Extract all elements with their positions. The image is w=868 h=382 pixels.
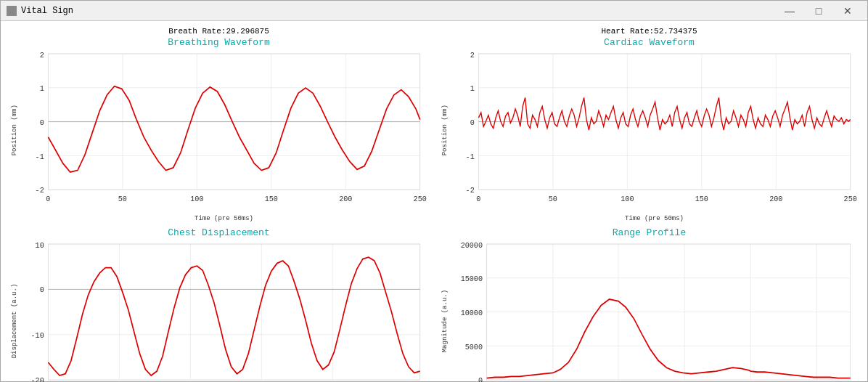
breathing-waveform-panel: Breath Rate:29.296875 Breathing Waveform…: [4, 24, 434, 214]
range-chart-svg: 20000 15000 10000 5000 0 0 0.2 0.4 0.6 0…: [450, 240, 859, 382]
titlebar-controls: — □ ✕: [776, 3, 861, 19]
svg-text:100: 100: [190, 195, 203, 203]
window-title: Vital Sign: [21, 6, 73, 16]
svg-text:-20: -20: [31, 376, 44, 382]
chest-displacement-panel: spacer Chest Displacement Displacement (…: [4, 214, 434, 382]
cardiac-y-axis-label: Position (mm): [440, 49, 450, 211]
charts-grid: Breath Rate:29.296875 Breathing Waveform…: [1, 21, 867, 382]
close-button[interactable]: ✕: [834, 3, 861, 19]
breath-rate-label: Breath Rate:29.296875: [168, 27, 269, 36]
svg-text:1: 1: [40, 84, 44, 92]
minimize-button[interactable]: —: [776, 3, 803, 19]
chest-chart-container: Displacement (a.u.): [9, 240, 428, 382]
main-window: Vital Sign — □ ✕ Breath Rate:29.296875 B…: [0, 0, 868, 382]
svg-text:-1: -1: [466, 153, 475, 161]
svg-rect-48: [48, 244, 419, 380]
breathing-chart-container: Position (mm): [9, 49, 428, 211]
svg-text:200: 200: [339, 195, 352, 203]
cardiac-waveform-panel: Heart Rate:52.734375 Cardiac Waveform Po…: [434, 24, 864, 214]
chest-y-axis-label: Displacement (a.u.): [9, 240, 20, 382]
svg-text:-10: -10: [31, 331, 44, 340]
svg-text:-2: -2: [466, 185, 475, 194]
range-chart-container: Magnitude (a.u.): [440, 240, 859, 382]
cardiac-waveform-title: Cardiac Waveform: [604, 37, 695, 48]
cardiac-chart-inner: 2 1 0 -1 -2 0 50 100 150 200 250: [450, 49, 859, 211]
cardiac-chart-svg: 2 1 0 -1 -2 0 50 100 150 200 250: [450, 49, 859, 211]
svg-text:1: 1: [470, 84, 475, 92]
titlebar-left: Vital Sign: [7, 6, 73, 16]
chest-chart-svg: 10 0 -10 -20 0 50 100 150 200 260: [20, 240, 428, 382]
svg-text:250: 250: [414, 195, 427, 203]
svg-text:2: 2: [470, 51, 475, 60]
breathing-chart-svg: 2 1 0 -1 -2 0 50 100 150 200 250: [20, 49, 428, 211]
breathing-waveform-title: Breathing Waveform: [168, 37, 269, 48]
svg-text:0: 0: [40, 118, 44, 126]
breathing-chart-inner: 2 1 0 -1 -2 0 50 100 150 200 250: [20, 49, 428, 211]
svg-text:-2: -2: [36, 185, 44, 194]
svg-text:0: 0: [478, 376, 483, 382]
svg-text:150: 150: [265, 195, 278, 203]
svg-text:10000: 10000: [461, 309, 483, 317]
cardiac-chart-container: Position (mm): [440, 49, 859, 211]
svg-text:0: 0: [470, 118, 475, 126]
range-profile-title: Range Profile: [613, 227, 686, 238]
heart-rate-label: Heart Rate:52.734375: [601, 27, 697, 36]
svg-text:0: 0: [476, 195, 480, 203]
svg-text:2: 2: [40, 51, 44, 60]
chest-displacement-title: Chest Displacement: [168, 227, 269, 238]
svg-text:150: 150: [695, 195, 708, 203]
svg-text:250: 250: [844, 195, 857, 203]
titlebar: Vital Sign — □ ✕: [1, 1, 867, 21]
maximize-button[interactable]: □: [805, 3, 832, 19]
svg-text:0: 0: [46, 195, 50, 203]
app-icon: [7, 6, 17, 16]
svg-text:0: 0: [40, 285, 44, 294]
range-chart-inner: 20000 15000 10000 5000 0 0 0.2 0.4 0.6 0…: [450, 240, 859, 382]
breathing-y-axis-label: Position (mm): [9, 49, 20, 211]
range-y-axis-label: Magnitude (a.u.): [440, 240, 450, 382]
svg-text:10: 10: [36, 241, 44, 250]
svg-text:100: 100: [621, 195, 634, 203]
range-profile-panel: spacer Range Profile Magnitude (a.u.): [434, 214, 864, 382]
svg-text:-1: -1: [36, 153, 44, 161]
svg-text:50: 50: [118, 195, 127, 203]
svg-text:15000: 15000: [461, 275, 483, 283]
svg-text:200: 200: [769, 195, 782, 203]
svg-text:50: 50: [549, 195, 557, 203]
svg-text:20000: 20000: [461, 241, 483, 250]
chest-chart-inner: 10 0 -10 -20 0 50 100 150 200 260: [20, 240, 428, 382]
svg-text:5000: 5000: [465, 343, 483, 351]
